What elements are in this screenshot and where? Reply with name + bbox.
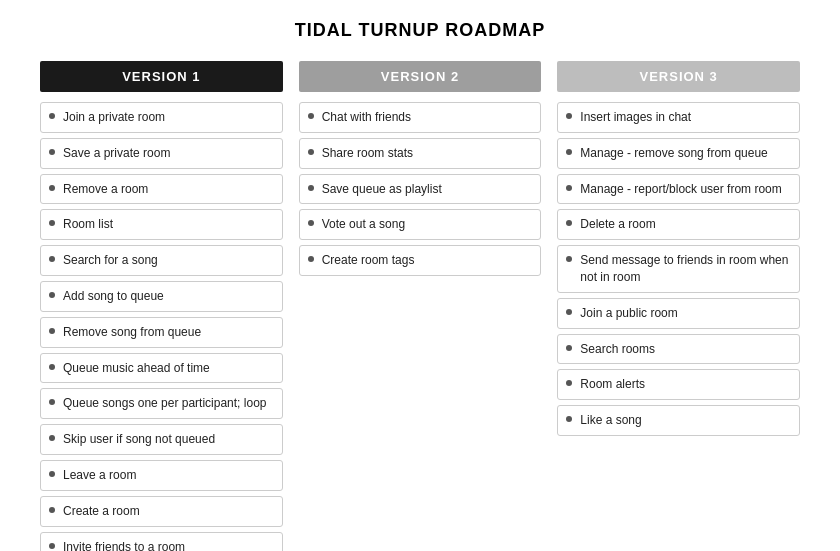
list-item: Create room tags bbox=[299, 245, 542, 276]
item-label: Send message to friends in room when not… bbox=[580, 252, 791, 286]
item-label: Skip user if song not queued bbox=[63, 431, 215, 448]
list-item: Search for a song bbox=[40, 245, 283, 276]
list-item: Delete a room bbox=[557, 209, 800, 240]
item-dot-icon bbox=[308, 185, 314, 191]
item-dot-icon bbox=[49, 471, 55, 477]
item-dot-icon bbox=[49, 113, 55, 119]
list-item: Remove song from queue bbox=[40, 317, 283, 348]
list-item: Send message to friends in room when not… bbox=[557, 245, 800, 293]
item-label: Remove song from queue bbox=[63, 324, 201, 341]
item-dot-icon bbox=[49, 399, 55, 405]
page-title: TIDAL TURNUP ROADMAP bbox=[40, 20, 800, 41]
item-dot-icon bbox=[49, 149, 55, 155]
item-dot-icon bbox=[308, 256, 314, 262]
item-dot-icon bbox=[566, 220, 572, 226]
header-v1: VERSION 1 bbox=[40, 61, 283, 92]
item-dot-icon bbox=[566, 149, 572, 155]
item-label: Leave a room bbox=[63, 467, 136, 484]
item-label: Queue music ahead of time bbox=[63, 360, 210, 377]
list-item: Chat with friends bbox=[299, 102, 542, 133]
item-label: Chat with friends bbox=[322, 109, 411, 126]
item-label: Queue songs one per participant; loop bbox=[63, 395, 266, 412]
item-dot-icon bbox=[566, 380, 572, 386]
item-label: Delete a room bbox=[580, 216, 655, 233]
list-item: Skip user if song not queued bbox=[40, 424, 283, 455]
item-dot-icon bbox=[49, 328, 55, 334]
list-item: Join a private room bbox=[40, 102, 283, 133]
list-item: Add song to queue bbox=[40, 281, 283, 312]
list-item: Invite friends to a room bbox=[40, 532, 283, 551]
item-label: Search rooms bbox=[580, 341, 655, 358]
item-dot-icon bbox=[49, 185, 55, 191]
list-item: Room alerts bbox=[557, 369, 800, 400]
item-dot-icon bbox=[49, 292, 55, 298]
list-item: Save queue as playlist bbox=[299, 174, 542, 205]
item-dot-icon bbox=[308, 220, 314, 226]
item-label: Save queue as playlist bbox=[322, 181, 442, 198]
item-dot-icon bbox=[566, 185, 572, 191]
item-label: Vote out a song bbox=[322, 216, 405, 233]
list-item: Search rooms bbox=[557, 334, 800, 365]
item-dot-icon bbox=[49, 507, 55, 513]
item-label: Search for a song bbox=[63, 252, 158, 269]
item-dot-icon bbox=[308, 149, 314, 155]
item-dot-icon bbox=[566, 416, 572, 422]
header-v3: VERSION 3 bbox=[557, 61, 800, 92]
item-label: Manage - report/block user from room bbox=[580, 181, 781, 198]
item-dot-icon bbox=[49, 220, 55, 226]
item-dot-icon bbox=[49, 364, 55, 370]
item-dot-icon bbox=[566, 309, 572, 315]
list-item: Queue songs one per participant; loop bbox=[40, 388, 283, 419]
item-label: Join a private room bbox=[63, 109, 165, 126]
item-label: Manage - remove song from queue bbox=[580, 145, 767, 162]
list-item: Queue music ahead of time bbox=[40, 353, 283, 384]
item-label: Join a public room bbox=[580, 305, 677, 322]
list-item: Manage - report/block user from room bbox=[557, 174, 800, 205]
list-item: Insert images in chat bbox=[557, 102, 800, 133]
item-label: Room alerts bbox=[580, 376, 645, 393]
item-dot-icon bbox=[49, 256, 55, 262]
column-v3: VERSION 3Insert images in chatManage - r… bbox=[557, 61, 800, 441]
item-dot-icon bbox=[566, 113, 572, 119]
item-label: Create a room bbox=[63, 503, 140, 520]
list-item: Leave a room bbox=[40, 460, 283, 491]
list-item: Join a public room bbox=[557, 298, 800, 329]
item-label: Like a song bbox=[580, 412, 641, 429]
column-v1: VERSION 1Join a private roomSave a priva… bbox=[40, 61, 283, 551]
roadmap-columns: VERSION 1Join a private roomSave a priva… bbox=[40, 61, 800, 551]
item-label: Create room tags bbox=[322, 252, 415, 269]
item-label: Room list bbox=[63, 216, 113, 233]
item-dot-icon bbox=[566, 256, 572, 262]
item-dot-icon bbox=[49, 543, 55, 549]
list-item: Create a room bbox=[40, 496, 283, 527]
item-label: Invite friends to a room bbox=[63, 539, 185, 551]
item-label: Add song to queue bbox=[63, 288, 164, 305]
list-item: Vote out a song bbox=[299, 209, 542, 240]
item-dot-icon bbox=[566, 345, 572, 351]
column-v2: VERSION 2Chat with friendsShare room sta… bbox=[299, 61, 542, 281]
list-item: Share room stats bbox=[299, 138, 542, 169]
item-dot-icon bbox=[49, 435, 55, 441]
list-item: Like a song bbox=[557, 405, 800, 436]
list-item: Remove a room bbox=[40, 174, 283, 205]
item-label: Share room stats bbox=[322, 145, 413, 162]
list-item: Room list bbox=[40, 209, 283, 240]
list-item: Manage - remove song from queue bbox=[557, 138, 800, 169]
item-label: Save a private room bbox=[63, 145, 170, 162]
header-v2: VERSION 2 bbox=[299, 61, 542, 92]
list-item: Save a private room bbox=[40, 138, 283, 169]
item-dot-icon bbox=[308, 113, 314, 119]
item-label: Insert images in chat bbox=[580, 109, 691, 126]
item-label: Remove a room bbox=[63, 181, 148, 198]
